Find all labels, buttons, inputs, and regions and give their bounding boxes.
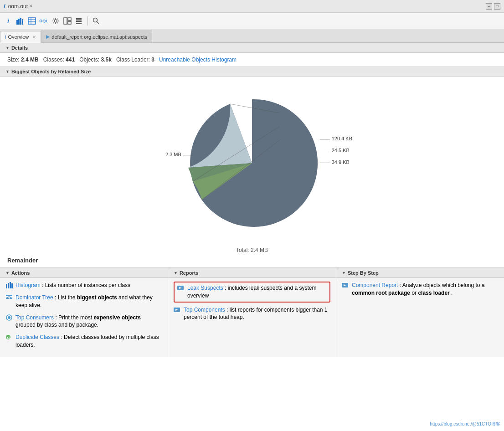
title-bar: i oom.out ✕ – □ (0, 0, 504, 13)
component-report-link[interactable]: Component Report (352, 282, 398, 288)
dropdown-icon[interactable] (75, 16, 84, 26)
details-content: Size: 2.4 MB Classes: 441 Objects: 3.5k … (0, 53, 504, 67)
watermark: https://blog.csdn.net/@51CTO博客 (430, 421, 500, 427)
details-section-label: Details (11, 45, 28, 51)
top-components-text: Top Components : list reports for compon… (184, 306, 330, 322)
leak-suspects-highlight-box: Leak Suspects : includes leak suspects a… (174, 282, 330, 303)
app-icon: i (4, 3, 5, 10)
top-consumers-text: Top Consumers : Print the most expensive… (15, 314, 162, 329)
report-top-components: Top Components : list reports for compon… (174, 306, 330, 322)
histogram-action-icon (5, 282, 13, 289)
svg-rect-27 (6, 298, 9, 299)
dominator-tree-icon (5, 294, 13, 302)
sql-icon[interactable]: OQL (39, 16, 48, 26)
window-controls: – □ (486, 3, 500, 10)
svg-point-30 (8, 316, 10, 319)
maximize-button[interactable]: □ (494, 3, 500, 10)
svg-rect-11 (68, 21, 71, 24)
reports-content: Leak Suspects : includes leak suspects a… (168, 278, 336, 329)
search-icon[interactable] (92, 16, 101, 26)
objects-value: 3.5k (101, 56, 112, 63)
action-dominator-tree: Dominator Tree : List the biggest object… (5, 294, 162, 309)
pie-chart-container: 2.3 MB —— —— (138, 81, 366, 245)
bottom-panels: ▼ Actions Histogram (0, 267, 504, 357)
component-report-text: Component Report : Analyze objects which… (352, 282, 499, 297)
actions-content: Histogram : Lists number of instances pe… (0, 278, 168, 357)
top-consumers-link[interactable]: Top Consumers (15, 314, 54, 321)
tab-default-report-label: default_report org.eclipse.mat.api:suspe… (51, 34, 147, 40)
biggest-objects-label: Biggest Objects by Retained Size (11, 69, 91, 74)
svg-rect-21 (8, 283, 9, 288)
actions-header: ▼ Actions (0, 268, 168, 278)
top-components-link[interactable]: Top Components (184, 307, 225, 313)
info-icon[interactable]: i (4, 16, 13, 26)
svg-rect-13 (76, 21, 82, 22)
step-component-report: Component Report : Analyze objects which… (342, 282, 499, 297)
minimize-button[interactable]: – (486, 3, 492, 10)
gear-icon[interactable] (51, 16, 60, 26)
size-label: Size: (7, 56, 20, 63)
top-consumers-desc2: grouped by class and by package. (15, 322, 98, 328)
top-consumers-bold: expensive objects (93, 314, 140, 321)
tab-default-report[interactable]: ▶ default_report org.eclipse.mat.api:sus… (41, 31, 152, 42)
component-report-bold2: class loader (418, 290, 449, 296)
svg-rect-14 (76, 23, 82, 24)
svg-line-16 (97, 21, 99, 24)
classes-value: 441 (66, 56, 75, 63)
reports-title: Reports (180, 270, 199, 276)
toolbar: i OQL (0, 13, 504, 29)
svg-rect-22 (10, 282, 11, 288)
svg-rect-23 (11, 283, 13, 288)
action-top-consumers: Top Consumers : Print the most expensive… (5, 314, 162, 329)
unreachable-link[interactable]: Unreachable Objects Histogram (159, 56, 237, 63)
svg-rect-3 (22, 19, 23, 25)
tab-overview-label: Overview (8, 34, 29, 40)
step-by-step-arrow: ▼ (342, 271, 346, 275)
component-report-icon (342, 282, 349, 289)
top-consumers-desc: : Print the most (55, 314, 93, 321)
action-duplicate-classes: G Duplicate Classes : Detect classes loa… (5, 334, 162, 349)
svg-text:G: G (7, 336, 10, 340)
pie-label-245: —— 24.5 KB (320, 148, 352, 153)
duplicate-classes-link[interactable]: Duplicate Classes (15, 334, 59, 340)
actions-arrow: ▼ (5, 271, 10, 275)
pie-label-120: —— 120.4 KB (320, 136, 352, 141)
leak-suspects-icon (177, 285, 185, 292)
duplicate-classes-text: Duplicate Classes : Detect classes loade… (15, 334, 162, 349)
component-report-desc: : Analyze objects which belong to a (400, 282, 485, 288)
svg-rect-1 (18, 19, 20, 25)
dominator-tree-link[interactable]: Dominator Tree (15, 294, 53, 301)
dominator-tree-bold: biggest objects (77, 294, 117, 301)
objects-label: Objects: (79, 56, 99, 63)
leak-suspects-text: Leak Suspects : includes leak suspects a… (187, 284, 327, 300)
layout-icon[interactable] (63, 16, 72, 26)
classloader-value: 3 (151, 56, 154, 63)
svg-line-25 (7, 296, 9, 298)
svg-rect-28 (10, 298, 12, 299)
remainder-label: Remainder (7, 257, 504, 264)
actions-title: Actions (11, 270, 30, 276)
histogram-icon[interactable] (15, 16, 25, 26)
step-by-step-title: Step By Step (348, 270, 379, 276)
pie-label-349: —— 34.9 KB (320, 159, 352, 165)
dominator-tree-desc: : List the (55, 294, 77, 301)
pie-labels-right: —— 120.4 KB —— 24.5 KB —— 34.9 KB (320, 136, 352, 165)
table-icon[interactable] (27, 16, 36, 26)
svg-point-8 (54, 20, 57, 22)
tab-overview-close[interactable]: ✕ (32, 35, 36, 40)
leak-suspects-link[interactable]: Leak Suspects (187, 285, 223, 291)
main-content: ▼ Details Size: 2.4 MB Classes: 441 Obje… (0, 43, 504, 431)
svg-rect-2 (20, 18, 21, 25)
tab-overview[interactable]: i Overview ✕ (0, 31, 41, 43)
close-indicator: ✕ (29, 3, 33, 9)
svg-line-26 (9, 296, 11, 298)
svg-point-15 (93, 18, 98, 22)
dominator-tree-text: Dominator Tree : List the biggest object… (15, 294, 162, 309)
step-by-step-header: ▼ Step By Step (336, 268, 504, 278)
reports-panel: ▼ Reports Leak Suspects (168, 268, 336, 357)
svg-rect-12 (76, 18, 82, 20)
svg-rect-20 (6, 284, 7, 288)
reports-header: ▼ Reports (168, 268, 336, 278)
histogram-link[interactable]: Histogram (15, 282, 41, 288)
svg-rect-10 (68, 18, 71, 21)
